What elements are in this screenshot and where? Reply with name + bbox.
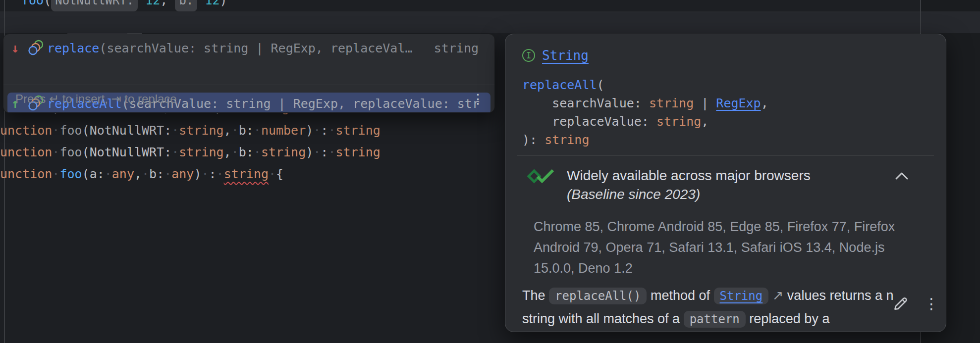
- doc-description-line: string with all matches of a pattern rep…: [522, 307, 899, 331]
- code-token: a:: [90, 167, 105, 181]
- code-token: b:: [239, 123, 254, 138]
- inlay-hint-param: b:: [175, 0, 197, 11]
- caret-line-highlight: [0, 11, 980, 33]
- error-underlined-type: string: [224, 167, 269, 181]
- completion-return-type: string: [434, 41, 479, 55]
- doc-header: I String: [522, 48, 589, 63]
- code-token: pattern: [684, 311, 746, 328]
- inlay-hint-param: NotNullWRT:: [51, 0, 138, 11]
- code-token: ,: [160, 0, 175, 7]
- code-token: :: [321, 123, 328, 138]
- code-token: (: [597, 78, 604, 92]
- code-token: string: [179, 145, 223, 159]
- code-line-implementation: unction·foo(a:·any,·b:·any)·:·string·{: [0, 163, 283, 185]
- code-token: ·: [201, 167, 209, 181]
- code-token: ·: [313, 123, 321, 138]
- string-type-link[interactable]: String: [542, 48, 589, 63]
- baseline-title: Widely available across major browsers: [567, 168, 811, 184]
- code-token: {: [276, 167, 283, 181]
- code-token: ·: [171, 123, 179, 138]
- code-token: any: [171, 167, 194, 181]
- code-token: ·: [328, 145, 335, 159]
- code-token: ): [194, 167, 201, 181]
- code-token: ·: [105, 167, 112, 181]
- code-token: string with all matches of a: [522, 311, 684, 326]
- code-token: ·: [328, 123, 335, 138]
- code-token: [197, 0, 205, 7]
- baseline-widely-available-icon: [527, 167, 555, 190]
- code-line-replace-call: ···"".replace(): [0, 11, 142, 33]
- edit-pencil-icon[interactable]: [891, 294, 911, 315]
- code-token: ,: [224, 145, 231, 159]
- doc-description: The replaceAll() method of String ↗ valu…: [522, 284, 899, 331]
- code-token: 12: [145, 0, 160, 7]
- code-token: ,: [224, 123, 231, 138]
- code-token: number: [261, 123, 306, 138]
- code-token: foo: [59, 123, 82, 138]
- completion-label: replace: [47, 41, 99, 55]
- browser-support-list: Chrome 85, Chrome Android 85, Edge 85, F…: [534, 216, 895, 279]
- code-token: ): [306, 145, 313, 159]
- code-token: ·: [52, 145, 59, 159]
- code-token: ):: [522, 133, 544, 147]
- code-token: [768, 288, 772, 303]
- collapse-chevron-up-icon[interactable]: [893, 171, 910, 184]
- code-token: unction: [0, 123, 52, 138]
- interface-icon: I: [522, 49, 535, 62]
- code-token: ·: [231, 145, 239, 159]
- code-token: ,: [134, 167, 142, 181]
- code-token: ·: [231, 123, 239, 138]
- code-token: foo: [21, 0, 44, 7]
- code-token: unction: [0, 167, 52, 181]
- string-mdn-link[interactable]: String: [714, 288, 769, 304]
- code-token: ·: [269, 167, 276, 181]
- code-token: ,: [761, 96, 768, 110]
- code-token: replaced by a: [746, 311, 830, 326]
- code-token: replaceAll(): [549, 288, 647, 304]
- baseline-subtitle: (Baseline since 2023): [567, 187, 700, 202]
- documentation-popup: I String replaceAll( searchValue: string…: [505, 34, 946, 332]
- doc-signature-line: ): string: [522, 131, 589, 149]
- code-token: string: [335, 123, 380, 138]
- code-token: b:: [149, 167, 164, 181]
- code-line-overload-2: unction·foo(NotNullWRT:·string,·b:·strin…: [0, 142, 381, 163]
- code-token: ·: [254, 123, 261, 138]
- code-token: b:: [239, 145, 254, 159]
- code-token: :: [209, 167, 217, 181]
- browser-support-line: Android 79, Opera 71, Safari 13.1, Safar…: [534, 237, 895, 258]
- regexp-link[interactable]: RegExp: [716, 96, 761, 110]
- code-token: any: [112, 167, 134, 181]
- code-token: ·: [52, 167, 59, 181]
- code-token: string: [335, 145, 380, 159]
- code-token: :: [321, 145, 328, 159]
- code-token: ·: [217, 167, 224, 181]
- code-token: 12: [205, 0, 219, 7]
- code-token: values returns a n: [783, 288, 893, 303]
- completion-more-menu-icon[interactable]: ⋮: [471, 92, 485, 105]
- code-line-overload-1: unction·foo(NotNullWRT:·string,·b:·numbe…: [0, 120, 381, 142]
- code-token: (NotNullWRT:: [82, 123, 172, 138]
- doc-signature-line: searchValue: string | RegExp,: [522, 94, 768, 112]
- code-token: ·: [164, 167, 171, 181]
- code-token: replaceValue:: [522, 114, 656, 129]
- code-token: ·: [171, 145, 179, 159]
- code-token: method of: [647, 288, 713, 303]
- code-token: The: [522, 288, 549, 303]
- doc-description-line: The replaceAll() method of String ↗ valu…: [522, 284, 899, 307]
- doc-divider: [517, 155, 934, 156]
- code-token: ,: [701, 114, 708, 129]
- code-token: replaceAll: [522, 78, 597, 92]
- code-token: string: [656, 114, 701, 129]
- code-line-call: foo(NotNullWRT: 12, b: 12): [21, 0, 227, 11]
- code-token: searchValue:: [522, 96, 649, 110]
- code-token: ): [220, 0, 227, 7]
- code-token: foo: [59, 167, 82, 181]
- code-token: (: [44, 0, 51, 7]
- code-token: ·: [313, 145, 321, 159]
- code-token: (: [82, 167, 90, 181]
- completion-item-replace[interactable]: ↓ replace(searchValue: string | RegExp, …: [3, 37, 494, 59]
- code-token: string: [261, 145, 306, 159]
- doc-more-menu-icon[interactable]: ⋮: [924, 296, 939, 311]
- completion-popup: ↓ replace(searchValue: string | RegExp, …: [3, 34, 495, 113]
- code-token: string: [649, 96, 694, 110]
